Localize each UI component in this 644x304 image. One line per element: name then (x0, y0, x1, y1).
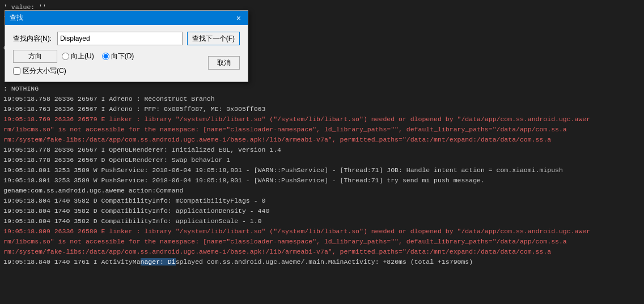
radio-down-label[interactable]: 向下(D) (102, 52, 134, 61)
case-sensitive-label: 区分大小写(C) (23, 66, 66, 76)
dialog-body: 查找内容(N): 查找下一个(F) 方向 向上(U) (5, 25, 248, 82)
case-sensitive-checkbox[interactable] (13, 67, 20, 75)
cancel-button[interactable]: 取消 (208, 56, 240, 70)
radio-up-text: 向上(U) (71, 52, 94, 61)
radio-down-text: 向下(D) (111, 52, 134, 61)
find-input[interactable] (57, 32, 183, 45)
find-label: 查找内容(N): (13, 34, 57, 44)
dialog-close-button[interactable]: × (234, 14, 243, 22)
find-dialog: 查找 × 查找内容(N): 查找下一个(F) 方向 向上(U) (5, 10, 248, 82)
radio-up[interactable] (62, 53, 69, 60)
checkbox-row: 区分大小写(C) (13, 66, 208, 76)
radio-down[interactable] (102, 53, 109, 60)
radio-up-label[interactable]: 向上(U) (62, 52, 94, 61)
left-section: 方向 向上(U) 向下(D) (13, 50, 208, 76)
dialog-title: 查找 (10, 13, 23, 23)
dialog-titlebar: 查找 × (5, 11, 248, 25)
direction-label: 方向 (13, 50, 57, 63)
find-next-button[interactable]: 查找下一个(F) (187, 32, 240, 45)
dialog-overlay: 查找 × 查找内容(N): 查找下一个(F) 方向 向上(U) (0, 0, 644, 304)
direction-radios: 向上(U) 向下(D) (62, 52, 134, 61)
find-row: 查找内容(N): 查找下一个(F) (13, 32, 240, 45)
direction-row: 方向 向上(U) 向下(D) (13, 50, 208, 63)
bottom-row: 方向 向上(U) 向下(D) (13, 50, 240, 76)
